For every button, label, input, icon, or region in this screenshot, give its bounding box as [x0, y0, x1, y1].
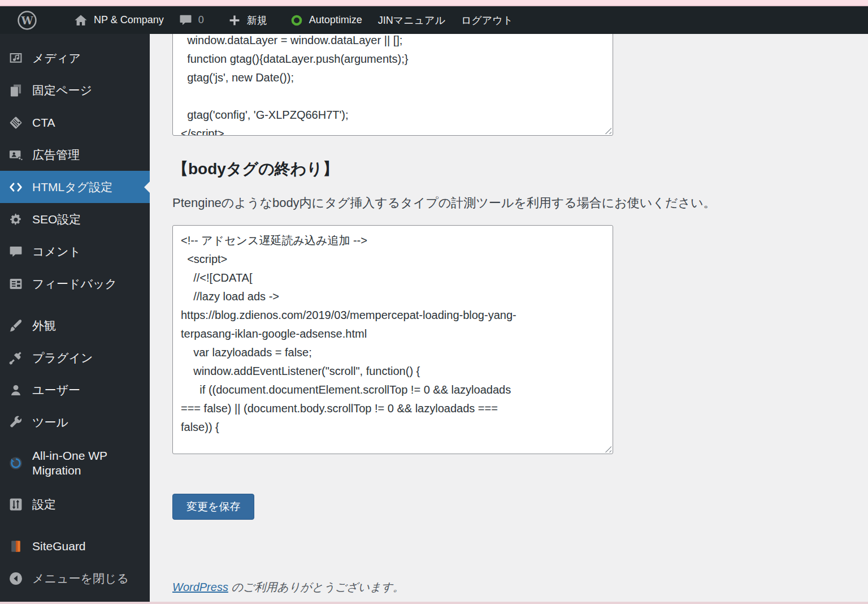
sidebar-item-label: フィードバック	[32, 276, 117, 292]
window-frame-top	[0, 0, 868, 6]
section-description: Ptengineのようなbody内にタグ挿入するタイプの計測ツールを利用する場合…	[172, 195, 868, 212]
wordpress-logo-menu[interactable]: W	[17, 10, 37, 31]
gear-icon	[8, 212, 24, 227]
sidebar-item-label: メニューを閉じる	[32, 571, 129, 586]
sidebar-item-label: SEO設定	[32, 212, 81, 227]
sidebar-item-label: 外観	[32, 318, 56, 334]
user-icon	[8, 382, 24, 398]
svg-text:W: W	[20, 14, 33, 26]
jin-manual-label: JINマニュアル	[378, 14, 445, 27]
new-content-menu[interactable]: 新規	[228, 14, 267, 27]
sidebar-item-label: CTA	[32, 116, 55, 130]
sliders-icon	[8, 497, 24, 512]
sidebar-item-label: All-in-One WP Migration	[32, 448, 150, 478]
sidebar-item-comments[interactable]: コメント	[0, 235, 150, 268]
logout-menu[interactable]: ログアウト	[461, 14, 513, 27]
sidebar-item-html-tag-settings[interactable]: HTMLタグ設定	[0, 171, 150, 203]
comments-menu[interactable]: 0	[179, 13, 204, 27]
site-name: NP & Company	[94, 14, 164, 26]
migration-icon	[8, 455, 24, 471]
sidebar-item-all-in-one-wp-migration[interactable]: All-in-One WP Migration	[0, 438, 150, 488]
pages-icon	[8, 83, 24, 98]
comment-count: 0	[198, 14, 204, 26]
admin-menu: メディア 固定ページ	[0, 34, 150, 594]
main-content: window.dataLayer = window.dataLayer || […	[150, 34, 868, 602]
sidebar-item-label: メディア	[32, 50, 81, 66]
home-icon	[73, 13, 88, 28]
wrench-icon	[8, 415, 24, 430]
admin-bar: W NP & Company 0	[0, 6, 868, 34]
sidebar-item-pages[interactable]: 固定ページ	[0, 74, 150, 106]
body-tag-textarea-wrap: <!-- アドセンス遅延読み込み追加 --> <script> //<![CDA…	[172, 225, 613, 454]
section-heading: 【bodyタグの終わり】	[172, 158, 868, 180]
plus-icon	[228, 14, 241, 27]
sidebar-item-label: 広告管理	[32, 147, 80, 163]
sidebar-item-label: ツール	[32, 415, 68, 430]
appearance-brush-icon	[8, 318, 24, 334]
sidebar-item-label: コメント	[32, 244, 81, 260]
menu-separator	[0, 520, 150, 530]
siteguard-icon	[8, 538, 24, 554]
sidebar-item-label: SiteGuard	[32, 540, 86, 553]
wordpress-logo-icon: W	[17, 10, 37, 31]
jin-manual-menu[interactable]: JINマニュアル	[378, 14, 445, 27]
sidebar-item-tools[interactable]: ツール	[0, 406, 150, 438]
sidebar-item-label: 固定ページ	[32, 83, 92, 98]
media-icon	[8, 50, 24, 66]
sidebar-item-ads[interactable]: 広告管理	[0, 139, 150, 171]
logout-label: ログアウト	[461, 14, 513, 27]
comment-bubble-icon	[179, 13, 193, 27]
menu-separator	[0, 300, 150, 309]
footer-thanks-text: のご利用ありがとうございます。	[231, 581, 404, 593]
sidebar-item-label: 設定	[32, 497, 56, 512]
sidebar-item-collapse-menu[interactable]: メニューを閉じる	[0, 562, 150, 594]
tag-icon	[8, 115, 24, 131]
ads-icon	[8, 147, 24, 163]
head-tag-code-textarea[interactable]: window.dataLayer = window.dataLayer || […	[172, 34, 613, 136]
sidebar-item-siteguard[interactable]: SiteGuard	[0, 530, 150, 562]
sidebar-item-label: プラグイン	[32, 350, 93, 366]
sidebar-item-media[interactable]: メディア	[0, 42, 150, 74]
admin-sidebar: メディア 固定ページ	[0, 34, 150, 602]
sidebar-item-appearance[interactable]: 外観	[0, 309, 150, 342]
sidebar-item-feedback[interactable]: フィードバック	[0, 268, 150, 300]
autoptimize-menu[interactable]: Autoptimize	[290, 14, 362, 27]
sidebar-item-plugins[interactable]: プラグイン	[0, 342, 150, 374]
sidebar-item-label: HTMLタグ設定	[32, 179, 112, 195]
comment-icon	[8, 244, 24, 260]
collapse-arrow-icon	[8, 571, 24, 586]
window-frame-bottom	[0, 602, 868, 604]
save-changes-button[interactable]: 変更を保存	[172, 494, 254, 520]
wordpress-admin-screen: W NP & Company 0	[0, 0, 868, 604]
sidebar-item-users[interactable]: ユーザー	[0, 374, 150, 406]
wordpress-footer-link[interactable]: WordPress	[172, 581, 228, 593]
site-link[interactable]: NP & Company	[73, 13, 164, 28]
sidebar-item-settings[interactable]: 設定	[0, 488, 150, 520]
sidebar-item-label: ユーザー	[32, 382, 80, 398]
sidebar-item-cta[interactable]: CTA	[0, 106, 150, 139]
autoptimize-label: Autoptimize	[309, 14, 362, 26]
body-tag-code-textarea[interactable]: <!-- アドセンス遅延読み込み追加 --> <script> //<![CDA…	[172, 225, 613, 454]
autoptimize-ring-icon	[290, 14, 303, 27]
code-icon	[8, 179, 24, 195]
new-label: 新規	[247, 14, 267, 27]
sidebar-item-seo[interactable]: SEO設定	[0, 203, 150, 235]
footer-credit: WordPress のご利用ありがとうございます。	[172, 580, 868, 595]
feedback-icon	[8, 276, 24, 292]
head-tag-textarea-wrap: window.dataLayer = window.dataLayer || […	[172, 34, 613, 136]
plugin-icon	[8, 350, 24, 366]
